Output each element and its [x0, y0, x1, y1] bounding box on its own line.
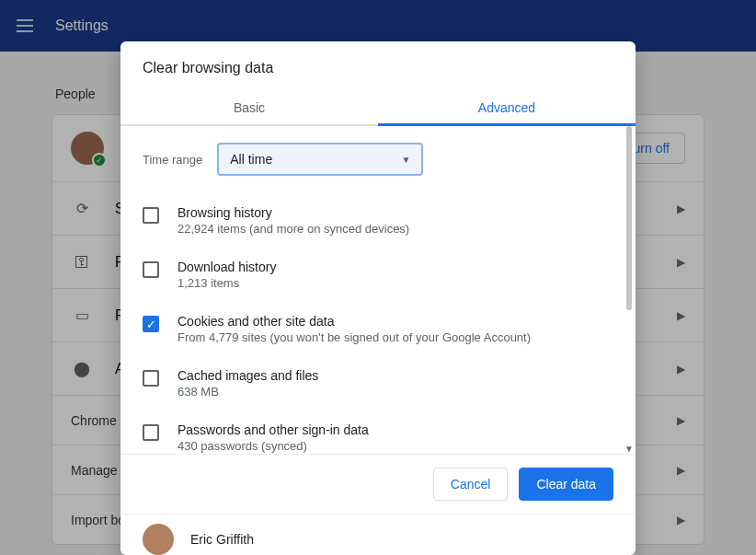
cancel-button[interactable]: Cancel — [433, 468, 509, 501]
option-title: Cookies and other site data — [178, 314, 531, 329]
profile-name: Eric Griffith — [190, 532, 254, 547]
dialog-body: Time range All time ▼ Browsing history22… — [120, 126, 636, 454]
chevron-down-icon: ▼ — [401, 155, 410, 165]
option-row: Browsing history22,924 items (and more o… — [143, 198, 613, 252]
tab-basic[interactable]: Basic — [120, 91, 378, 124]
option-row: Passwords and other sign-in data430 pass… — [143, 415, 613, 454]
option-title: Browsing history — [178, 205, 409, 220]
dialog-profile-footer: Eric Griffith — [120, 514, 636, 555]
checkbox[interactable] — [143, 370, 159, 387]
time-range-value: All time — [230, 152, 272, 167]
dialog-footer: Cancel Clear data — [120, 454, 636, 514]
dialog-tabs: Basic Advanced — [120, 91, 636, 126]
clear-data-button[interactable]: Clear data — [519, 468, 613, 501]
checkbox[interactable] — [143, 261, 159, 278]
checkbox[interactable] — [143, 207, 159, 224]
time-range-label: Time range — [143, 153, 202, 167]
clear-browsing-data-dialog: Clear browsing data Basic Advanced Time … — [120, 41, 636, 555]
tab-advanced[interactable]: Advanced — [378, 91, 636, 124]
checkbox[interactable] — [143, 424, 159, 441]
dialog-title: Clear browsing data — [120, 41, 636, 91]
option-row: Download history1,213 items — [143, 252, 613, 306]
option-subtitle: 1,213 items — [178, 276, 276, 290]
checkbox[interactable]: ✓ — [143, 316, 159, 332]
option-subtitle: From 4,779 sites (you won't be signed ou… — [178, 330, 531, 344]
option-title: Download history — [178, 260, 276, 274]
avatar — [143, 524, 174, 555]
option-row: ✓Cookies and other site dataFrom 4,779 s… — [143, 306, 613, 361]
time-range-select[interactable]: All time ▼ — [217, 143, 423, 176]
option-subtitle: 22,924 items (and more on synced devices… — [178, 222, 409, 236]
option-row: Cached images and files638 MB — [143, 361, 613, 415]
option-title: Cached images and files — [178, 368, 318, 383]
scroll-down-icon[interactable]: ▼ — [624, 444, 634, 454]
option-title: Passwords and other sign-in data — [178, 422, 369, 437]
option-subtitle: 638 MB — [178, 385, 318, 399]
option-subtitle: 430 passwords (synced) — [178, 439, 369, 453]
